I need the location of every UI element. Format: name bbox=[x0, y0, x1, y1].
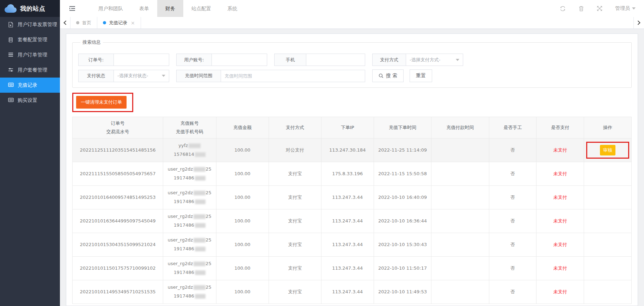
cell-pay-time bbox=[431, 186, 489, 209]
redacted-text bbox=[194, 167, 206, 172]
refresh-icon[interactable] bbox=[560, 6, 566, 12]
redacted-text bbox=[189, 143, 201, 148]
collapse-menu-icon[interactable] bbox=[69, 6, 75, 11]
column-header-4: 下单IP bbox=[321, 117, 374, 139]
cell-paid: 未支付 bbox=[536, 280, 584, 304]
table-row: 20221010115017575710099102user_rg2dz2519… bbox=[73, 257, 632, 280]
tabs-scroll-right-icon[interactable] bbox=[633, 17, 644, 29]
cell-order-no: 20221115155058505054975657 bbox=[73, 162, 163, 186]
redacted-text bbox=[195, 270, 206, 275]
cell-paid: 未支付 bbox=[536, 162, 584, 186]
table-header-row: 订单号交易流水号充值账号充值手机号码充值金额支付方式下单IP充值下单时间充值付款… bbox=[73, 117, 632, 139]
pay-method-label: 支付方式 bbox=[373, 54, 406, 66]
cell-ip: 175.8.33.196 bbox=[321, 162, 374, 186]
redacted-text bbox=[195, 294, 206, 299]
cell-account: user_rg2dz251917486 bbox=[163, 186, 216, 209]
search-button[interactable]: 搜 索 bbox=[372, 69, 404, 82]
cell-paid: 未支付 bbox=[536, 186, 584, 209]
cell-action: 审核 bbox=[584, 139, 632, 162]
audit-button[interactable]: 审核 bbox=[600, 145, 615, 155]
sidebar-item-0[interactable]: 用户订单发票管理 bbox=[0, 17, 60, 32]
cell-manual: 否 bbox=[489, 257, 536, 280]
cell-pay-time bbox=[431, 162, 489, 186]
unpaid-status: 未支付 bbox=[553, 242, 567, 247]
sidebar-item-5[interactable]: 购买设置 bbox=[0, 93, 60, 108]
cell-account: user_rg2dz251917486 bbox=[163, 162, 216, 186]
sidebar-nav: 用户订单发票管理套餐配置管理用户订单管理用户套餐管理充值记录购买设置 bbox=[0, 17, 60, 108]
tab-1[interactable]: 充值记录× bbox=[97, 17, 141, 29]
redacted-text bbox=[194, 214, 206, 219]
order-no-label: 订单号: bbox=[79, 54, 114, 66]
redacted-text bbox=[195, 176, 206, 180]
cell-order-time: 2022-10-10 15:30:43 bbox=[374, 233, 431, 257]
pay-method-select[interactable]: -选择支付方式- bbox=[406, 54, 463, 66]
cell-manual: 否 bbox=[489, 162, 536, 186]
redacted-text bbox=[195, 200, 206, 204]
tab-dot-icon bbox=[103, 21, 106, 24]
cell-method: 支付宝 bbox=[269, 257, 321, 280]
user-menu[interactable]: 管理员 bbox=[615, 5, 636, 12]
user-account-input[interactable] bbox=[212, 54, 267, 66]
cell-order-time: 2022-10-10 11:49:53 bbox=[374, 280, 431, 304]
order-no-input[interactable] bbox=[114, 54, 169, 66]
cell-action bbox=[584, 257, 632, 280]
cell-account: user_rg2dz251917486 bbox=[163, 257, 216, 280]
reset-button[interactable]: 重置 bbox=[410, 69, 432, 82]
table-row: 20221010164009574851495253user_rg2dz2519… bbox=[73, 186, 632, 209]
redacted-text bbox=[194, 191, 206, 195]
unpaid-status: 未支付 bbox=[553, 147, 567, 153]
column-header-7: 是否手工 bbox=[489, 117, 536, 139]
cell-paid: 未支付 bbox=[536, 139, 584, 162]
cell-manual: 否 bbox=[489, 280, 536, 304]
cell-amount: 100.00 bbox=[216, 186, 269, 209]
time-range-label: 充值时间范围 bbox=[177, 70, 221, 82]
time-range-group: 充值时间范围 bbox=[176, 70, 365, 82]
cell-ip: 113.247.3.44 bbox=[321, 280, 374, 304]
search-icon bbox=[379, 73, 384, 78]
fullscreen-icon[interactable] bbox=[597, 6, 602, 11]
column-header-1: 充值账号充值手机号码 bbox=[163, 117, 216, 139]
user-account-label: 用户账号: bbox=[177, 54, 212, 66]
sidebar: 我的站点 用户订单发票管理套餐配置管理用户订单管理用户套餐管理充值记录购买设置 bbox=[0, 0, 60, 306]
site-title: 我的站点 bbox=[20, 5, 45, 13]
table-row: 20221010163644995097545049user_rg2dz2519… bbox=[73, 209, 632, 233]
close-icon[interactable]: × bbox=[131, 20, 135, 26]
top-menu-4[interactable]: 系统 bbox=[219, 0, 245, 17]
cell-method: 对公支付 bbox=[269, 139, 321, 162]
sidebar-item-2[interactable]: 用户订单管理 bbox=[0, 47, 60, 62]
column-header-8: 是否支付 bbox=[536, 117, 584, 139]
unpaid-status: 未支付 bbox=[553, 265, 567, 271]
unpaid-status: 未支付 bbox=[553, 289, 567, 294]
top-menu-1[interactable]: 表单 bbox=[131, 0, 157, 17]
cell-method: 支付宝 bbox=[269, 209, 321, 233]
trash-icon[interactable] bbox=[578, 6, 584, 12]
tabs-scroll-left-icon[interactable] bbox=[60, 17, 70, 29]
unpaid-status: 未支付 bbox=[553, 171, 567, 176]
cell-paid: 未支付 bbox=[536, 209, 584, 233]
top-navbar: 用户和团队表单财务站点配置系统 管理 bbox=[60, 0, 644, 17]
clear-unpaid-orders-button[interactable]: 一键清理未支付订单 bbox=[76, 96, 127, 109]
cell-order-time: 2022-11-15 15:50:58 bbox=[374, 162, 431, 186]
cell-amount: 100.00 bbox=[216, 257, 269, 280]
top-menu-0[interactable]: 用户和团队 bbox=[90, 0, 131, 17]
redacted-text bbox=[194, 262, 206, 266]
sidebar-item-label: 用户订单管理 bbox=[18, 52, 47, 58]
sidebar-item-3[interactable]: 用户套餐管理 bbox=[0, 62, 60, 78]
cell-amount: 100.00 bbox=[216, 139, 269, 162]
time-range-input[interactable] bbox=[221, 70, 365, 82]
recharge-records-table: 订单号交易流水号充值账号充值手机号码充值金额支付方式下单IP充值下单时间充值付款… bbox=[72, 117, 632, 304]
sidebar-item-4[interactable]: 充值记录 bbox=[0, 78, 60, 93]
phone-group: 手机 bbox=[274, 54, 365, 66]
cell-order-time: 2022-10-10 16:36:44 bbox=[374, 209, 431, 233]
cell-amount: 100.00 bbox=[216, 162, 269, 186]
top-menu-2[interactable]: 财务 bbox=[157, 0, 183, 17]
pay-status-select[interactable]: -选择支付状态- bbox=[114, 70, 169, 82]
top-menu-3[interactable]: 站点配置 bbox=[183, 0, 219, 17]
tab-0[interactable]: 首页 bbox=[70, 17, 97, 29]
sidebar-item-1[interactable]: 套餐配置管理 bbox=[0, 32, 60, 47]
phone-input[interactable] bbox=[306, 54, 365, 66]
cell-method: 支付宝 bbox=[269, 162, 321, 186]
cell-order-time: 2022-10-10 16:40:09 bbox=[374, 186, 431, 209]
tabs: 首页充值记录× bbox=[70, 17, 141, 29]
sidebar-item-label: 用户订单发票管理 bbox=[18, 22, 57, 28]
